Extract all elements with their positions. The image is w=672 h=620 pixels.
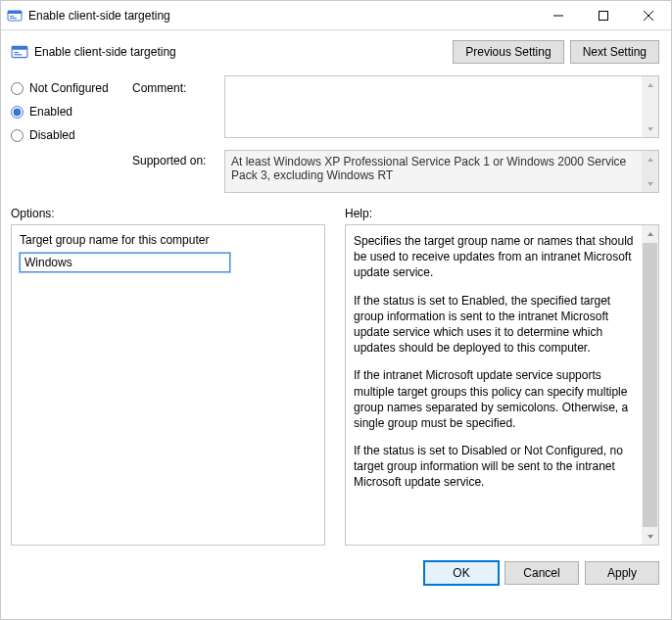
svg-rect-4 [553,15,563,16]
svg-rect-8 [14,52,19,53]
maximize-button[interactable] [581,1,626,29]
supported-on-box: At least Windows XP Professional Service… [224,150,659,193]
svg-rect-2 [10,16,14,17]
comment-scrollbar[interactable] [642,76,658,137]
target-group-label: Target group name for this computer [20,233,316,247]
radio-disabled-input[interactable] [11,129,24,142]
help-paragraph: If the status is set to Disabled or Not … [354,443,637,491]
next-setting-button[interactable]: Next Setting [570,40,659,64]
help-paragraph: If the intranet Microsoft update service… [354,367,637,431]
help-label: Help: [345,207,659,220]
scroll-down-icon[interactable] [642,120,658,137]
window-title: Enable client-side targeting [28,9,170,23]
dialog-buttons: OK Cancel Apply [1,553,671,595]
help-scrollbar[interactable] [642,225,658,545]
apply-button[interactable]: Apply [585,561,659,585]
scroll-up-icon[interactable] [642,151,658,167]
radio-not-configured[interactable]: Not Configured [11,81,128,95]
scroll-down-icon[interactable] [642,175,658,192]
app-icon [7,8,23,24]
supported-on-label: Supported on: [132,150,220,193]
minimize-button[interactable] [536,1,581,29]
svg-rect-1 [8,11,22,14]
configuration-grid: Not Configured Enabled Disabled Comment:… [1,70,671,199]
target-group-input[interactable] [20,253,230,272]
svg-rect-5 [600,11,608,20]
close-button[interactable] [626,1,671,29]
scroll-up-icon[interactable] [642,225,658,242]
comment-textbox[interactable] [224,75,659,138]
svg-rect-9 [14,54,22,55]
radio-enabled[interactable]: Enabled [11,105,128,119]
radio-enabled-input[interactable] [11,106,24,119]
help-panel: Specifies the target group name or names… [345,224,659,546]
help-paragraph: If the status is set to Enabled, the spe… [354,293,637,357]
options-panel: Target group name for this computer [11,224,325,546]
svg-rect-7 [12,46,27,49]
help-paragraph: Specifies the target group name or names… [354,233,637,281]
policy-icon [11,43,28,61]
previous-setting-button[interactable]: Previous Setting [453,40,563,64]
title-bar: Enable client-side targeting [1,1,671,30]
scroll-thumb[interactable] [643,243,657,527]
svg-rect-3 [10,18,17,19]
options-label: Options: [11,207,325,220]
radio-enabled-label: Enabled [29,105,72,119]
policy-title: Enable client-side targeting [34,45,176,59]
scroll-up-icon[interactable] [642,76,658,93]
header: Enable client-side targeting Previous Se… [1,30,671,70]
scroll-down-icon[interactable] [642,528,658,545]
radio-disabled-label: Disabled [29,128,75,142]
radio-disabled[interactable]: Disabled [11,128,128,142]
radio-not-configured-label: Not Configured [29,81,109,95]
cancel-button[interactable]: Cancel [504,561,579,585]
supported-scrollbar[interactable] [642,151,658,192]
ok-button[interactable]: OK [424,561,499,585]
radio-not-configured-input[interactable] [11,82,24,95]
comment-label: Comment: [132,75,220,142]
supported-on-text: At least Windows XP Professional Service… [231,155,652,182]
